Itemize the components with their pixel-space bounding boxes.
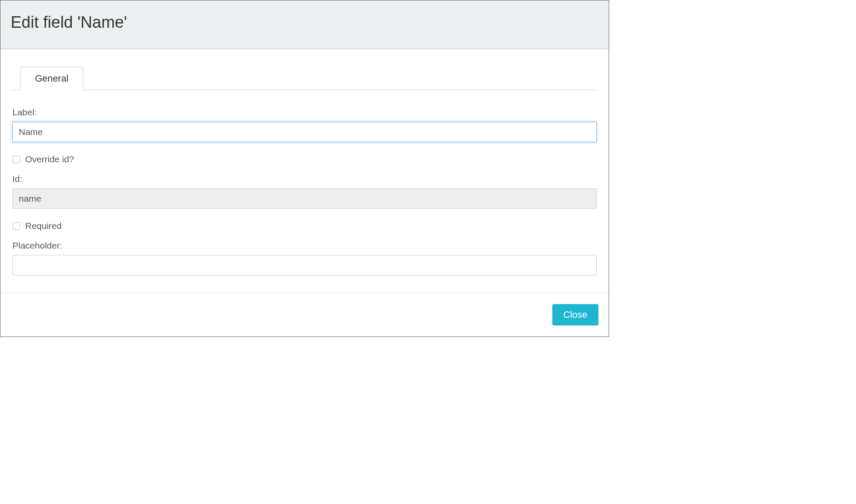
placeholder-input[interactable] <box>12 255 597 275</box>
close-button[interactable]: Close <box>552 304 598 325</box>
modal-header: Edit field 'Name' <box>0 0 609 49</box>
edit-field-modal: Edit field 'Name' General Label: Overrid… <box>0 0 609 337</box>
label-label: Label: <box>12 107 597 117</box>
modal-body: General Label: Override id? Id: Required… <box>0 49 609 293</box>
tabs: General <box>12 66 597 90</box>
label-input[interactable] <box>12 122 597 142</box>
required-row: Required <box>12 221 597 231</box>
id-label: Id: <box>12 174 597 184</box>
form-group-id: Id: <box>12 174 597 209</box>
modal-title: Edit field 'Name' <box>11 13 598 32</box>
override-id-checkbox[interactable] <box>12 155 20 163</box>
override-id-row: Override id? <box>12 154 597 164</box>
required-checkbox[interactable] <box>12 222 20 230</box>
tab-general[interactable]: General <box>20 67 83 90</box>
placeholder-label: Placeholder: <box>12 240 597 251</box>
id-input <box>12 188 597 209</box>
override-id-label[interactable]: Override id? <box>25 154 74 164</box>
form-group-label: Label: <box>12 107 597 142</box>
modal-footer: Close <box>0 293 609 337</box>
form-group-placeholder: Placeholder: <box>12 240 597 275</box>
required-label[interactable]: Required <box>25 221 62 231</box>
